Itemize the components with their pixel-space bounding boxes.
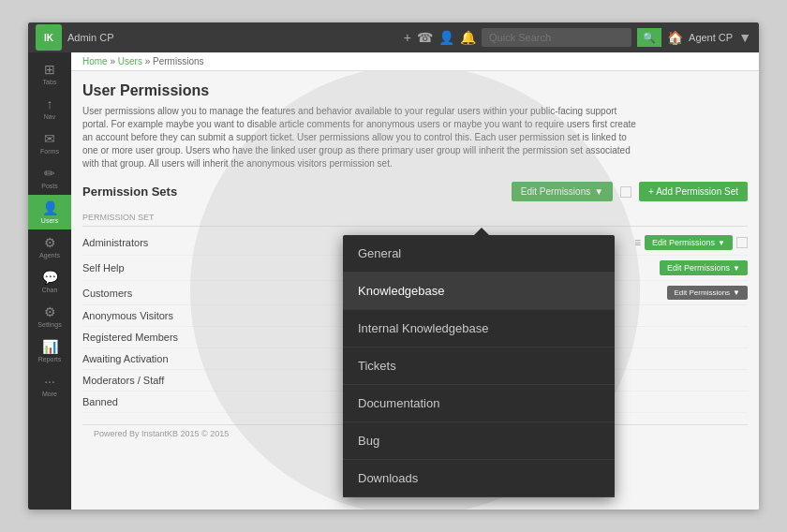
plus-icon[interactable]: + xyxy=(404,30,411,45)
more-icon: ··· xyxy=(44,374,55,389)
dropdown-item-downloads[interactable]: Downloads xyxy=(343,460,615,497)
edit-permissions-button[interactable]: Edit Permissions ▼ xyxy=(645,235,733,250)
page-body: User Permissions User permissions allow … xyxy=(71,71,759,510)
edit-permissions-header-label: Edit Permissions xyxy=(521,186,590,197)
perm-actions: Edit Permissions ▼ xyxy=(660,260,748,275)
footer-text: Powered By InstantKB 2015 © 2015 xyxy=(94,429,229,438)
sidebar-label-tabs: Tabs xyxy=(43,79,57,85)
sidebar-item-nav[interactable]: ↑ Nav xyxy=(28,91,71,126)
edit-perm-caret: ▼ xyxy=(733,264,740,273)
sidebar-item-chan[interactable]: 💬 Chan xyxy=(28,264,71,299)
page-description: User permissions allow you to manage the… xyxy=(82,105,645,170)
content-area: ⊞ Tabs ↑ Nav ✉ Forms ✏ Posts 👤 Users xyxy=(28,52,759,510)
breadcrumb-permissions: Permissions xyxy=(153,56,203,66)
top-bar: IK Admin CP + ☎ 👤 🔔 🔍 🏠 Agent CP ▼ xyxy=(28,22,759,52)
agent-dropdown-icon[interactable]: ▼ xyxy=(738,30,751,45)
edit-perm-label: Edit Permissions xyxy=(667,263,730,273)
col-permission-set: PERMISSION SET xyxy=(82,213,748,222)
perm-actions: Edit Permissions ▼ xyxy=(667,286,749,300)
sidebar-item-agents[interactable]: ⚙ Agents xyxy=(28,229,71,264)
sidebar-item-reports[interactable]: 📊 Reports xyxy=(28,333,71,368)
sidebar-label-forms: Forms xyxy=(40,148,59,155)
sidebar-item-more[interactable]: ··· More xyxy=(28,368,71,403)
breadcrumb: Home » Users » Permissions xyxy=(71,52,759,71)
app-title: Admin CP xyxy=(67,32,398,43)
dropdown-arrow xyxy=(474,228,489,235)
dropdown-item-bug[interactable]: Bug xyxy=(343,422,615,460)
app-logo: IK xyxy=(36,24,62,51)
sidebar-label-reports: Reports xyxy=(38,356,62,362)
sidebar-label-settings: Settings xyxy=(37,321,61,328)
sidebar-label-users: Users xyxy=(41,217,58,224)
nav-icon: ↑ xyxy=(47,96,53,111)
sidebar-item-forms[interactable]: ✉ Forms xyxy=(28,126,71,160)
edit-permissions-caret: ▼ xyxy=(594,186,603,197)
main-content: Home » Users » Permissions User Permissi… xyxy=(71,52,759,510)
sidebar: ⊞ Tabs ↑ Nav ✉ Forms ✏ Posts 👤 Users xyxy=(28,52,71,510)
sidebar-label-more: More xyxy=(42,391,57,397)
tabs-icon: ⊞ xyxy=(44,62,55,77)
browser-window: IK Admin CP + ☎ 👤 🔔 🔍 🏠 Agent CP ▼ ⊞ Tab… xyxy=(28,22,759,510)
agent-cp-button[interactable]: Agent CP xyxy=(689,32,733,43)
breadcrumb-users[interactable]: Users xyxy=(118,56,142,66)
edit-perm-caret: ▼ xyxy=(733,288,740,297)
dropdown-item-tickets[interactable]: Tickets xyxy=(343,347,615,385)
edit-perm-label: Edit Permissions xyxy=(652,238,715,247)
row-checkbox[interactable] xyxy=(736,237,748,248)
agents-icon: ⚙ xyxy=(44,235,56,250)
page-title: User Permissions xyxy=(82,82,748,99)
menu-icon[interactable]: ≡ xyxy=(634,236,641,249)
phone-icon[interactable]: ☎ xyxy=(417,30,433,45)
dropdown-item-knowledgebase[interactable]: Knowledgebase xyxy=(343,273,615,310)
sidebar-label-chan: Chan xyxy=(42,287,58,293)
sidebar-label-agents: Agents xyxy=(39,252,60,259)
sidebar-item-settings[interactable]: ⚙ Settings xyxy=(28,299,71,333)
bell-icon[interactable]: 🔔 xyxy=(460,30,476,45)
posts-icon: ✏ xyxy=(44,166,55,181)
sidebar-label-nav: Nav xyxy=(44,113,55,120)
breadcrumb-sep2: » xyxy=(145,56,153,66)
settings-icon: ⚙ xyxy=(44,304,56,319)
sidebar-item-users[interactable]: 👤 Users xyxy=(28,195,71,229)
reports-icon: 📊 xyxy=(42,339,58,354)
breadcrumb-sep1: » xyxy=(110,56,117,66)
dropdown-item-internal-kb[interactable]: Internal Knowledgebase xyxy=(343,310,615,347)
search-button[interactable]: 🔍 xyxy=(637,28,661,47)
sidebar-label-posts: Posts xyxy=(41,183,58,189)
header-checkbox[interactable] xyxy=(620,186,631,198)
add-permission-set-button[interactable]: + Add Permission Set xyxy=(639,182,748,201)
search-input[interactable] xyxy=(482,28,631,47)
section-title: Permission Sets xyxy=(82,185,177,199)
edit-perm-label: Edit Permissions xyxy=(675,288,731,297)
dropdown-item-documentation[interactable]: Documentation xyxy=(343,385,615,422)
edit-perm-caret: ▼ xyxy=(718,239,725,247)
users-icon: 👤 xyxy=(42,200,58,215)
dropdown-item-general[interactable]: General xyxy=(343,235,615,273)
dropdown-menu: General Knowledgebase Internal Knowledge… xyxy=(343,235,615,497)
outer-frame: IK Admin CP + ☎ 👤 🔔 🔍 🏠 Agent CP ▼ ⊞ Tab… xyxy=(0,0,787,532)
edit-permissions-header-button[interactable]: Edit Permissions ▼ xyxy=(512,182,613,201)
col-header: PERMISSION SET xyxy=(82,209,748,227)
edit-permissions-button[interactable]: Edit Permissions ▼ xyxy=(667,286,749,300)
user-icon[interactable]: 👤 xyxy=(438,30,454,45)
perm-actions: ≡ Edit Permissions ▼ xyxy=(634,235,748,250)
section-header: Permission Sets Edit Permissions ▼ + Add… xyxy=(82,182,748,201)
edit-permissions-button[interactable]: Edit Permissions ▼ xyxy=(660,260,748,275)
home-icon[interactable]: 🏠 xyxy=(667,30,683,45)
sidebar-item-posts[interactable]: ✏ Posts xyxy=(28,160,71,195)
breadcrumb-home[interactable]: Home xyxy=(82,56,108,66)
forms-icon: ✉ xyxy=(44,131,55,146)
sidebar-item-tabs[interactable]: ⊞ Tabs xyxy=(28,56,71,91)
chan-icon: 💬 xyxy=(42,270,58,285)
